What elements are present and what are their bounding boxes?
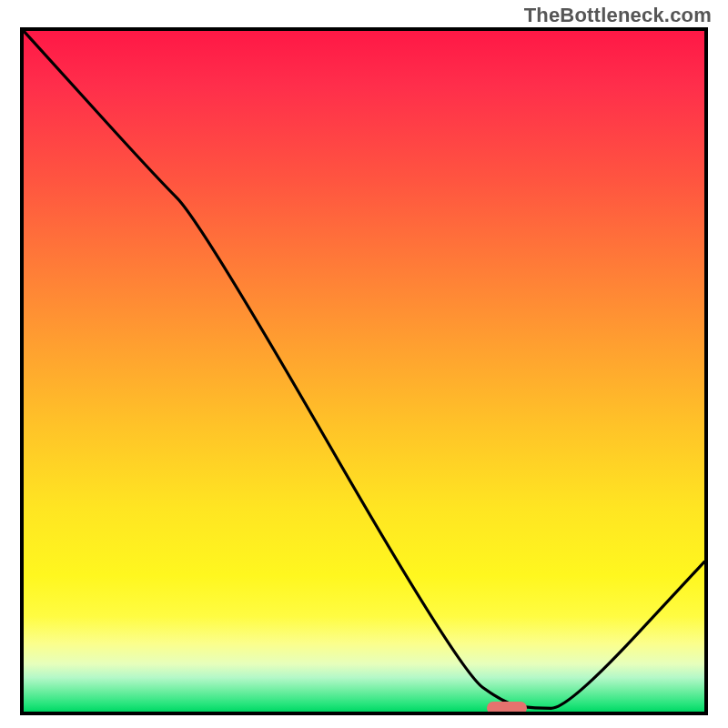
- watermark-text: TheBottleneck.com: [524, 4, 712, 27]
- optimal-marker: [487, 702, 527, 714]
- line-curve: [24, 31, 704, 712]
- chart-frame: [20, 27, 708, 715]
- chart-container: TheBottleneck.com: [0, 0, 728, 728]
